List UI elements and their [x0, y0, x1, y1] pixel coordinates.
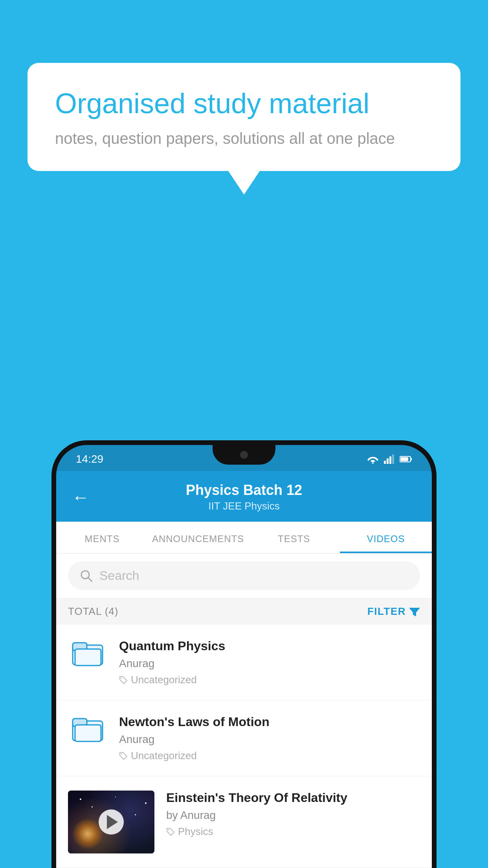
status-time: 14:29: [76, 453, 103, 465]
speech-bubble-card: Organised study material notes, question…: [28, 63, 460, 171]
play-triangle: [107, 815, 118, 829]
tag-icon-3: [166, 828, 175, 836]
svg-point-19: [168, 829, 169, 830]
video-thumbnail-3: [68, 791, 154, 853]
phone-wrapper: 14:29: [51, 440, 437, 868]
svg-point-18: [121, 753, 122, 754]
speech-bubble-title: Organised study material: [55, 86, 433, 120]
video-list: Quantum Physics Anurag Uncategorized: [56, 625, 432, 868]
video-title-1: Quantum Physics: [119, 639, 420, 653]
play-button-3[interactable]: [99, 809, 124, 835]
star-2: [92, 806, 93, 807]
star-4: [135, 814, 136, 815]
speech-bubble-subtitle: notes, question papers, solutions all at…: [55, 130, 433, 147]
video-folder-icon-1: [68, 639, 107, 666]
header-title-block: Physics Batch 12 IIT JEE Physics: [186, 482, 302, 512]
app-header: ← Physics Batch 12 IIT JEE Physics: [56, 471, 432, 522]
tab-tests[interactable]: TESTS: [248, 522, 340, 553]
video-info-1: Quantum Physics Anurag Uncategorized: [119, 639, 420, 686]
filter-button[interactable]: FILTER: [367, 605, 420, 618]
wifi-icon: [367, 454, 379, 464]
svg-rect-1: [384, 461, 386, 464]
search-icon: [80, 569, 93, 583]
header-title: Physics Batch 12: [186, 482, 302, 498]
video-author-2: Anurag: [119, 733, 420, 746]
phone-frame: 14:29: [51, 440, 437, 868]
filter-row: TOTAL (4) FILTER: [56, 598, 432, 625]
video-author-3: by Anurag: [166, 809, 420, 822]
search-input-wrapper[interactable]: Search: [68, 561, 420, 590]
video-folder-icon-2: [68, 715, 107, 742]
video-info-3: Einstein's Theory Of Relativity by Anura…: [166, 791, 420, 838]
star-1: [80, 798, 81, 800]
battery-icon: [400, 456, 412, 463]
video-tag-2: Uncategorized: [119, 750, 420, 762]
status-icons: [367, 454, 412, 464]
svg-rect-2: [387, 458, 389, 464]
star-5: [145, 802, 147, 804]
video-info-2: Newton's Laws of Motion Anurag Uncategor…: [119, 715, 420, 762]
tab-bar: MENTS ANNOUNCEMENTS TESTS VIDEOS: [56, 522, 432, 554]
video-tag-1: Uncategorized: [119, 674, 420, 686]
search-placeholder: Search: [99, 568, 139, 583]
signal-icon: [384, 454, 395, 464]
star-3: [115, 796, 116, 797]
tab-ments[interactable]: MENTS: [56, 522, 148, 553]
svg-line-9: [88, 577, 92, 581]
svg-point-14: [121, 677, 122, 679]
search-bar: Search: [56, 554, 432, 598]
speech-bubble-arrow: [228, 171, 260, 195]
svg-marker-10: [409, 608, 420, 616]
tab-videos[interactable]: VIDEOS: [340, 522, 432, 553]
tag-icon-1: [119, 676, 128, 684]
video-item-2[interactable]: Newton's Laws of Motion Anurag Uncategor…: [56, 701, 432, 776]
tag-icon-2: [119, 752, 128, 760]
speech-bubble-section: Organised study material notes, question…: [28, 63, 460, 195]
svg-rect-13: [75, 649, 101, 666]
back-button[interactable]: ←: [72, 487, 89, 507]
video-tag-3: Physics: [166, 826, 420, 838]
svg-point-0: [372, 462, 374, 464]
svg-rect-4: [392, 454, 394, 464]
video-item-1[interactable]: Quantum Physics Anurag Uncategorized: [56, 625, 432, 701]
svg-rect-3: [389, 456, 391, 464]
video-item-3[interactable]: Einstein's Theory Of Relativity by Anura…: [56, 776, 432, 868]
svg-rect-17: [75, 725, 101, 741]
video-title-2: Newton's Laws of Motion: [119, 715, 420, 729]
phone-notch: [213, 445, 275, 465]
video-title-3: Einstein's Theory Of Relativity: [166, 791, 420, 805]
svg-rect-7: [400, 457, 408, 461]
svg-rect-6: [411, 458, 412, 460]
total-count: TOTAL (4): [68, 605, 118, 618]
filter-icon: [409, 606, 420, 617]
video-author-1: Anurag: [119, 657, 420, 670]
camera: [240, 451, 248, 459]
header-subtitle: IIT JEE Physics: [186, 500, 302, 512]
tab-announcements[interactable]: ANNOUNCEMENTS: [148, 522, 248, 553]
